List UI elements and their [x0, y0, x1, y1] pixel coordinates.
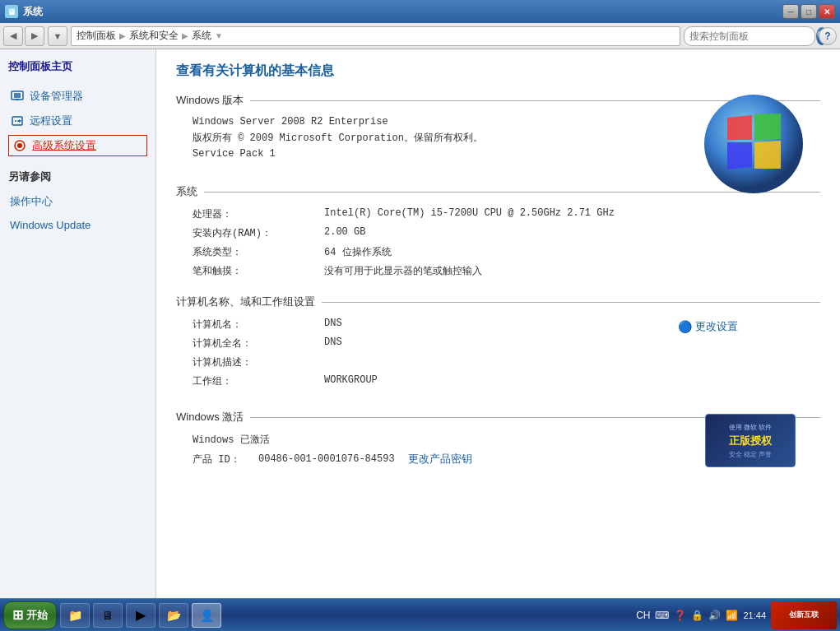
computer-section: 计算机名称、域和工作组设置 计算机名： DNS 计算机全名： DNS 计算机描述… [176, 295, 820, 393]
help-icon[interactable]: ❓ [674, 610, 686, 621]
brand-logo: 创新互联 [771, 601, 837, 629]
change-key-link[interactable]: 更改产品密钥 [408, 452, 472, 466]
sys-type-label: 系统类型： [193, 245, 324, 259]
remote-icon [10, 114, 25, 128]
taskbar-icon-0: 📁 [66, 606, 84, 624]
help-button[interactable]: ? [819, 27, 837, 45]
ram-value: 2.00 GB [324, 226, 365, 240]
breadcrumb-part2[interactable]: 系统和安全 [129, 29, 179, 43]
comp-full-row: 计算机全名： DNS [193, 336, 678, 350]
taskbar-item-4[interactable]: 👤 [192, 603, 221, 628]
ram-row: 安装内存(RAM)： 2.00 GB [176, 226, 820, 240]
keyboard-icon[interactable]: ⌨ [655, 610, 669, 621]
start-icon: ⊞ [12, 607, 23, 623]
comp-desc-label: 计算机描述： [193, 355, 324, 369]
sidebar-item-windows-update[interactable]: Windows Update [8, 216, 147, 234]
clock-time: 21:44 [743, 610, 766, 621]
main-content: 控制面板主页 设备管理器 远程设置 高级系统设置 另请参阅 [0, 49, 840, 598]
system-section-header: 系统 [176, 184, 197, 199]
pen-row: 笔和触摸： 没有可用于此显示器的笔或触控输入 [176, 264, 820, 278]
breadcrumb-bar[interactable]: 控制面板 ▶ 系统和安全 ▶ 系统 ▼ [71, 26, 680, 46]
computer-section-line [322, 302, 820, 303]
address-bar: ◀ ▶ ▼ 控制面板 ▶ 系统和安全 ▶ 系统 ▼ 🔍 ? [0, 23, 840, 49]
sidebar-item-device-label: 设备管理器 [30, 89, 83, 104]
badge-sub: 安全 稳定 声誉 [729, 450, 772, 459]
sidebar-item-action-center[interactable]: 操作中心 [8, 191, 147, 212]
computer-section-header: 计算机名称、域和工作组设置 [176, 295, 315, 309]
activation-section: Windows 激活 Windows 已激活 产品 ID： 00486-001-… [176, 410, 820, 466]
breadcrumb-sep2: ▶ [182, 31, 188, 40]
product-id-label: 产品 ID： [193, 452, 258, 466]
brand-label: 创新互联 [789, 610, 819, 620]
search-input[interactable] [689, 30, 813, 42]
breadcrumb-part3[interactable]: 系统 [192, 29, 211, 43]
taskbar-icon-1: 🖥 [99, 606, 117, 624]
action-center-label: 操作中心 [10, 194, 53, 209]
badge-top: 使用 微软 软件 [729, 423, 772, 432]
svg-point-7 [704, 95, 803, 193]
svg-point-6 [17, 143, 22, 148]
comp-full-label: 计算机全名： [193, 336, 324, 350]
taskbar-item-1[interactable]: 🖥 [93, 603, 123, 628]
volume-icon[interactable]: 🔊 [708, 610, 721, 621]
title-bar: 🖥 系统 ─ □ ✕ [0, 0, 840, 23]
breadcrumb-dropdown-arrow[interactable]: ▼ [215, 31, 223, 40]
badge-main: 正版授权 [729, 434, 772, 448]
back-button[interactable]: ◀ [3, 26, 23, 46]
sidebar-item-remote-label: 远程设置 [30, 114, 72, 128]
sidebar-item-device-manager[interactable]: 设备管理器 [8, 86, 147, 107]
sys-type-value: 64 位操作系统 [324, 245, 392, 259]
processor-label: 处理器： [193, 207, 324, 221]
taskbar-icon-2: ▶ [132, 606, 150, 624]
comp-name-value: DNS [324, 318, 342, 332]
sys-type-row: 系统类型： 64 位操作系统 [176, 245, 820, 259]
breadcrumb-sep1: ▶ [119, 31, 126, 40]
windows-update-label: Windows Update [10, 219, 90, 231]
comp-full-value: DNS [324, 336, 342, 350]
advanced-icon [12, 138, 27, 153]
network-icon[interactable]: 📶 [726, 610, 738, 621]
app-icon: 🖥 [5, 5, 18, 18]
svg-rect-1 [14, 93, 21, 98]
ram-label: 安装内存(RAM)： [193, 226, 324, 240]
svg-marker-4 [19, 119, 21, 123]
comp-name-label: 计算机名： [193, 318, 324, 332]
pen-value: 没有可用于此显示器的笔或触控输入 [324, 264, 482, 278]
sidebar-item-advanced[interactable]: 高级系统设置 [8, 135, 147, 156]
content-area: 查看有关计算机的基本信息 [156, 49, 840, 598]
workgroup-label: 工作组： [193, 374, 324, 388]
start-button[interactable]: ⊞ 开始 [3, 601, 57, 629]
search-box: 🔍 [684, 26, 815, 46]
forward-button[interactable]: ▶ [25, 26, 44, 46]
device-icon [10, 89, 25, 104]
taskbar-item-0[interactable]: 📁 [60, 603, 90, 628]
product-id-value: 00486-001-0001076-84593 [258, 453, 395, 465]
maximize-button[interactable]: □ [801, 4, 817, 19]
activation-badge: 使用 微软 软件 正版授权 安全 稳定 声誉 [705, 414, 796, 467]
sidebar-item-remote[interactable]: 远程设置 [8, 110, 147, 132]
taskbar-item-3[interactable]: 📂 [159, 603, 188, 628]
start-label: 开始 [26, 608, 48, 623]
workgroup-row: 工作组： WORKGROUP [193, 374, 678, 388]
taskbar-right: CH ⌨ ❓ 🔒 🔊 📶 21:44 创新互联 [636, 601, 837, 629]
sidebar-item-advanced-label: 高级系统设置 [32, 138, 96, 153]
windows-version-header: Windows 版本 [176, 93, 244, 108]
minimize-button[interactable]: ─ [782, 4, 799, 19]
security-icon[interactable]: 🔒 [691, 610, 703, 621]
change-settings-label: 更改设置 [695, 319, 738, 334]
taskbar-icon-3: 📂 [165, 606, 183, 624]
close-button[interactable]: ✕ [819, 4, 835, 19]
taskbar: ⊞ 开始 📁 🖥 ▶ 📂 👤 CH ⌨ ❓ 🔒 🔊 📶 21:44 创新互联 [0, 598, 840, 631]
breadcrumb-part1[interactable]: 控制面板 [77, 29, 116, 43]
taskbar-item-2[interactable]: ▶ [126, 603, 155, 628]
pen-label: 笔和触摸： [193, 264, 324, 278]
lang-indicator[interactable]: CH [636, 610, 650, 621]
activation-section-header: Windows 激活 [176, 410, 244, 425]
computer-fields: 计算机名： DNS 计算机全名： DNS 计算机描述： 工作组： WORKGRO… [193, 318, 678, 393]
dropdown-button[interactable]: ▼ [48, 26, 67, 46]
change-settings-button[interactable]: 🔵 更改设置 [678, 319, 738, 334]
clock: 21:44 [743, 610, 766, 621]
comp-desc-row: 计算机描述： [193, 355, 678, 369]
sidebar-title[interactable]: 控制面板主页 [8, 59, 147, 74]
windows-logo-area [700, 90, 807, 200]
